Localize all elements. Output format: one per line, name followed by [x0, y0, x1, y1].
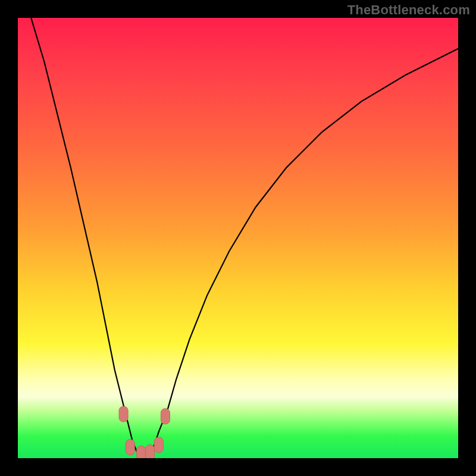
curve-marker — [119, 406, 128, 422]
plot-area — [18, 18, 458, 458]
curve-marker — [161, 409, 170, 424]
chart-frame: TheBottleneck.com — [0, 0, 476, 476]
curve-markers — [18, 18, 458, 458]
curve-marker — [154, 437, 163, 453]
watermark-text: TheBottleneck.com — [347, 2, 470, 18]
curve-marker — [146, 444, 155, 458]
curve-marker — [126, 440, 134, 455]
curve-marker — [137, 446, 146, 458]
